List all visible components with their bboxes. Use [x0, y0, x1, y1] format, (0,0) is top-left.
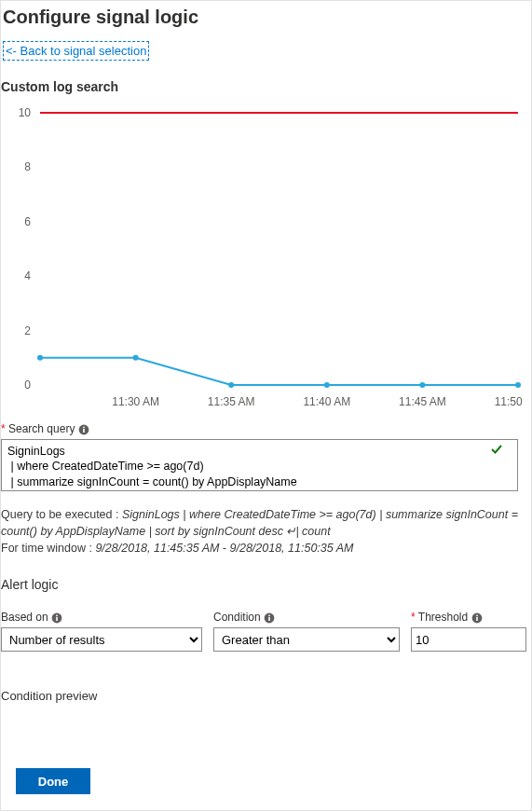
valid-check-icon — [490, 443, 503, 460]
section-title: Custom log search — [1, 79, 522, 94]
time-window-label: For time window : — [1, 542, 95, 555]
svg-point-14 — [228, 382, 234, 388]
threshold-input[interactable] — [411, 627, 526, 652]
required-marker: * — [411, 611, 416, 624]
required-marker: * — [1, 422, 6, 435]
based-on-label: Based on — [1, 611, 48, 624]
alert-logic-labels: Based on Condition * Threshold — [1, 605, 518, 627]
alert-logic-title: Alert logic — [1, 577, 522, 592]
svg-rect-29 — [476, 615, 478, 617]
info-icon[interactable] — [51, 612, 62, 624]
page-title: Configure signal logic — [1, 1, 522, 32]
svg-rect-28 — [476, 617, 478, 621]
svg-point-12 — [37, 355, 43, 361]
condition-label: Condition — [213, 611, 261, 624]
svg-text:11:30 AM: 11:30 AM — [112, 395, 159, 408]
condition-select[interactable]: Greater than — [213, 627, 400, 652]
svg-text:11:50 AM: 11:50 AM — [495, 395, 524, 408]
done-button[interactable]: Done — [16, 768, 90, 794]
svg-text:4: 4 — [24, 269, 31, 282]
svg-rect-23 — [56, 615, 58, 617]
info-icon[interactable] — [264, 612, 275, 624]
info-icon[interactable] — [78, 424, 89, 435]
condition-preview-label: Condition preview — [1, 689, 522, 703]
svg-point-13 — [133, 355, 139, 361]
search-query-label: Search query — [8, 422, 75, 435]
svg-point-17 — [515, 382, 521, 388]
svg-text:6: 6 — [24, 215, 31, 228]
log-chart: 024681011:30 AM11:35 AM11:40 AM11:45 AM1… — [7, 105, 524, 413]
svg-text:2: 2 — [24, 324, 31, 337]
svg-point-15 — [324, 382, 330, 388]
info-icon[interactable] — [471, 612, 483, 624]
svg-rect-19 — [83, 429, 85, 433]
svg-text:11:40 AM: 11:40 AM — [303, 395, 350, 408]
svg-rect-26 — [268, 615, 270, 617]
svg-rect-22 — [56, 617, 58, 621]
search-query-input[interactable] — [1, 439, 518, 491]
threshold-label: Threshold — [418, 611, 468, 624]
back-to-signal-selection[interactable]: <- Back to signal selection — [3, 41, 149, 61]
svg-text:11:35 AM: 11:35 AM — [208, 395, 255, 408]
svg-rect-20 — [83, 426, 85, 428]
svg-text:10: 10 — [19, 106, 32, 119]
based-on-select[interactable]: Number of results — [1, 627, 202, 652]
svg-text:0: 0 — [24, 378, 31, 392]
svg-point-16 — [419, 382, 425, 388]
svg-text:11:45 AM: 11:45 AM — [399, 395, 446, 408]
svg-rect-25 — [268, 617, 270, 621]
svg-text:8: 8 — [24, 160, 31, 173]
time-window-value: 9/28/2018, 11:45:35 AM - 9/28/2018, 11:5… — [95, 542, 353, 555]
exec-label: Query to be executed : — [1, 508, 122, 521]
